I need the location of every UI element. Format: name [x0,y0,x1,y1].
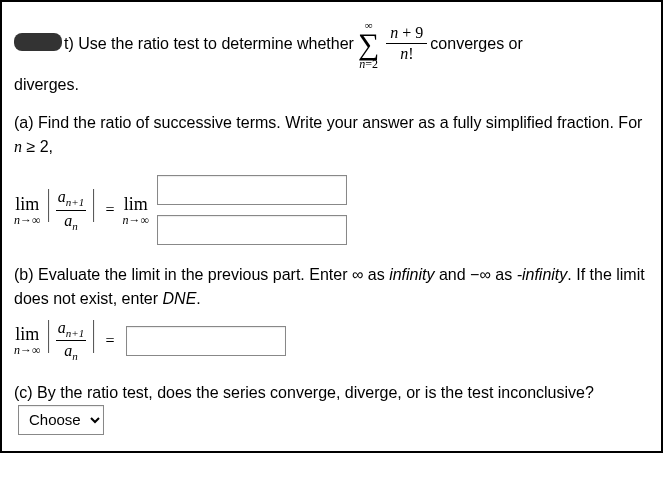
obscured-marker [14,33,62,51]
fraction-denominator: n! [386,44,427,63]
equals-sign: = [105,198,114,222]
limit-operator-rhs: lim n→∞ [122,195,149,226]
part-a: (a) Find the ratio of successive terms. … [14,111,649,245]
fraction-numerator: n + 9 [386,24,427,44]
ratio-fraction-b: an+1 an [56,319,86,363]
limit-operator-b: lim n→∞ [14,325,41,356]
denominator-input[interactable] [157,215,347,245]
abs-bar-right: | [92,188,95,232]
series-term-fraction: n + 9 n! [386,24,427,62]
part-c: (c) By the ratio test, does the series c… [14,381,649,435]
ratio-fraction: an+1 an [56,188,86,232]
abs-bar-left: | [47,188,50,232]
part-b-prompt: (b) Evaluate the limit in the previous p… [14,263,649,311]
limit-value-input[interactable] [126,326,286,356]
sigma-upper-bound: ∞ [365,19,373,31]
abs-bar-right-b: | [92,319,95,363]
sigma-summation: ∞ ∑ n=2 [358,14,379,73]
limit-expression-b: lim n→∞ | an+1 an | = [14,319,118,363]
limit-operator: lim n→∞ [14,195,41,226]
intro-suffix-2: diverges. [14,76,79,93]
numerator-input[interactable] [157,175,347,205]
conclusion-select[interactable]: Choose [18,405,104,435]
abs-bar-left-b: | [47,319,50,363]
intro-prefix: t) Use the ratio test to determine wheth… [64,32,354,56]
sigma-symbol: ∑ [358,30,379,57]
part-b: (b) Evaluate the limit in the previous p… [14,263,649,363]
ratio-limit-lhs: lim n→∞ | an+1 an | = lim n→∞ [14,188,149,232]
problem-statement: t) Use the ratio test to determine wheth… [14,14,649,97]
equals-sign-b: = [105,329,114,353]
sigma-lower-bound: n=2 [359,57,378,71]
part-a-prompt: (a) Find the ratio of successive terms. … [14,111,649,159]
part-c-prompt: (c) By the ratio test, does the series c… [14,384,594,401]
intro-suffix-1: converges or [430,32,523,56]
